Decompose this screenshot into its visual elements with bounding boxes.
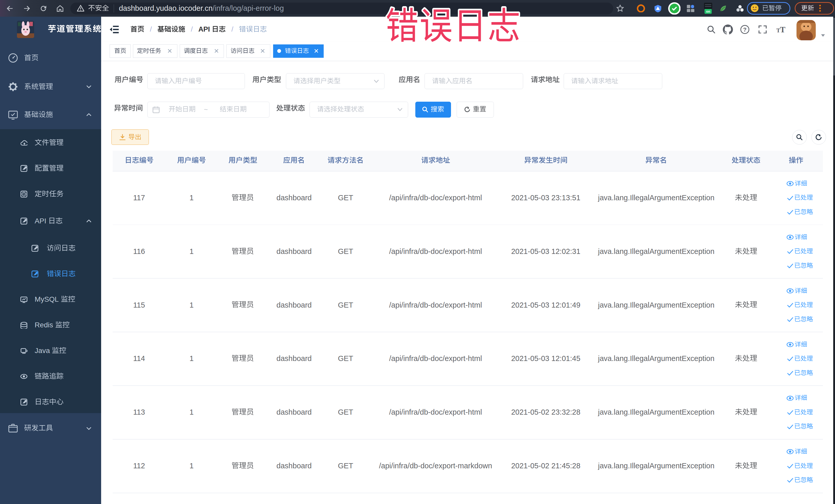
- svg-text:T: T: [780, 25, 785, 34]
- svg-text:on: on: [706, 9, 710, 13]
- svg-text:?: ?: [743, 26, 747, 33]
